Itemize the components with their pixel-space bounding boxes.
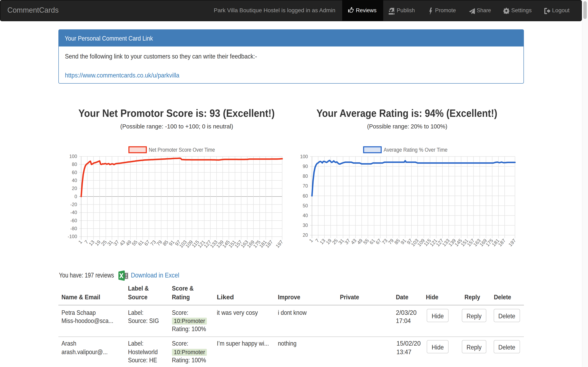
svg-text:187: 187 [497, 238, 507, 248]
svg-text:Net Promoter Score Over Time: Net Promoter Score Over Time [149, 147, 215, 153]
svg-text:100: 100 [69, 154, 77, 159]
svg-text:-20: -20 [70, 202, 77, 207]
svg-text:100: 100 [300, 154, 308, 159]
svg-text:-100: -100 [68, 234, 77, 239]
svg-text:90: 90 [303, 164, 308, 169]
svg-text:40: 40 [303, 213, 308, 218]
svg-text:197: 197 [507, 238, 517, 248]
svg-text:187: 187 [264, 239, 274, 249]
svg-text:30: 30 [303, 223, 308, 228]
svg-text:-60: -60 [70, 218, 77, 223]
svg-text:70: 70 [303, 183, 308, 189]
svg-text:80: 80 [72, 162, 77, 167]
svg-text:Average Rating % Over Time: Average Rating % Over Time [384, 147, 448, 153]
svg-text:60: 60 [72, 170, 77, 175]
svg-text:20: 20 [72, 186, 77, 191]
svg-text:20: 20 [303, 233, 308, 238]
svg-text:-40: -40 [70, 210, 77, 215]
svg-text:60: 60 [303, 193, 308, 199]
svg-text:40: 40 [72, 178, 77, 183]
svg-text:50: 50 [303, 203, 308, 208]
svg-text:1: 1 [77, 239, 83, 245]
svg-text:80: 80 [303, 174, 308, 179]
svg-text:0: 0 [75, 194, 77, 199]
svg-text:1: 1 [308, 238, 314, 243]
svg-text:197: 197 [275, 239, 284, 249]
svg-text:-80: -80 [70, 226, 77, 231]
